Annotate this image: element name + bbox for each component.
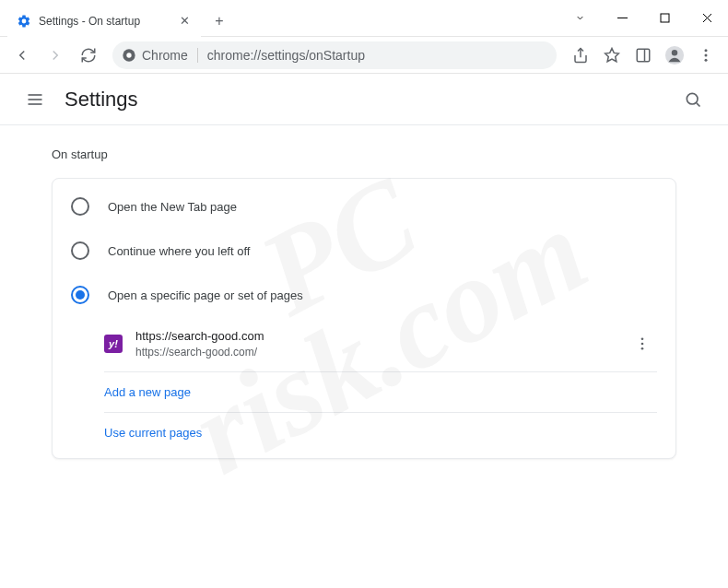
page-row-title: https://search-good.com xyxy=(135,328,264,345)
url-text: chrome://settings/onStartup xyxy=(207,48,365,63)
svg-point-14 xyxy=(705,58,708,61)
window-controls xyxy=(558,0,728,36)
svg-point-20 xyxy=(641,338,644,341)
browser-tab[interactable]: Settings - On startup ✕ xyxy=(7,6,201,37)
hamburger-menu-button[interactable] xyxy=(17,81,53,118)
pages-subsection: y! https://search-good.com https://searc… xyxy=(104,317,657,453)
radio-option-new-tab[interactable]: Open the New Tab page xyxy=(53,184,675,229)
settings-content: On startup Open the New Tab page Continu… xyxy=(0,125,728,481)
startup-card: Open the New Tab page Continue where you… xyxy=(52,178,676,459)
gear-icon xyxy=(17,14,31,29)
svg-marker-7 xyxy=(605,48,619,61)
reload-button[interactable] xyxy=(74,41,103,70)
svg-point-18 xyxy=(687,93,698,104)
close-tab-icon[interactable]: ✕ xyxy=(177,14,192,29)
radio-option-specific-pages[interactable]: Open a specific page or set of pages xyxy=(53,273,675,317)
add-page-link[interactable]: Add a new page xyxy=(104,372,657,412)
use-current-pages-link[interactable]: Use current pages xyxy=(104,413,657,453)
page-row-url: https://search-good.com/ xyxy=(135,345,264,360)
page-favicon: y! xyxy=(104,335,123,353)
svg-point-13 xyxy=(705,53,708,56)
window-titlebar: Settings - On startup ✕ + xyxy=(0,0,728,37)
section-title: On startup xyxy=(52,147,676,161)
radio-label: Open a specific page or set of pages xyxy=(108,288,303,302)
share-icon[interactable] xyxy=(566,41,595,70)
radio-icon xyxy=(71,197,89,216)
tab-title: Settings - On startup xyxy=(39,15,140,28)
radio-label: Continue where you left off xyxy=(108,244,250,258)
svg-point-21 xyxy=(641,343,644,346)
site-chip-label: Chrome xyxy=(142,48,188,63)
page-title: Settings xyxy=(65,88,138,112)
settings-header: Settings xyxy=(0,74,728,125)
site-chip: Chrome xyxy=(122,48,198,63)
minimize-button[interactable] xyxy=(601,0,643,36)
svg-point-11 xyxy=(672,50,677,55)
svg-line-19 xyxy=(697,102,700,106)
bookmark-icon[interactable] xyxy=(597,41,627,70)
side-panel-icon[interactable] xyxy=(628,41,658,70)
new-tab-button[interactable]: + xyxy=(206,8,232,34)
profile-icon[interactable] xyxy=(660,41,689,70)
back-button[interactable] xyxy=(7,41,37,70)
forward-button[interactable] xyxy=(41,41,70,70)
maximize-button[interactable] xyxy=(643,0,686,36)
more-actions-button[interactable] xyxy=(628,329,657,359)
menu-icon[interactable] xyxy=(691,41,721,70)
svg-point-22 xyxy=(641,347,644,350)
page-info: https://search-good.com https://search-g… xyxy=(135,328,264,360)
svg-point-12 xyxy=(705,49,708,52)
svg-point-5 xyxy=(126,53,131,57)
radio-icon xyxy=(71,241,89,260)
startup-page-row: y! https://search-good.com https://searc… xyxy=(104,317,657,371)
radio-label: Open the New Tab page xyxy=(108,200,237,214)
chevron-down-icon[interactable] xyxy=(558,0,601,36)
address-bar[interactable]: Chrome chrome://settings/onStartup xyxy=(112,41,557,69)
svg-rect-8 xyxy=(637,49,650,62)
search-icon[interactable] xyxy=(675,81,711,118)
close-window-button[interactable] xyxy=(686,0,728,36)
radio-icon xyxy=(71,286,89,304)
browser-toolbar: Chrome chrome://settings/onStartup xyxy=(0,37,728,74)
svg-rect-1 xyxy=(661,14,669,22)
radio-option-continue[interactable]: Continue where you left off xyxy=(53,229,675,273)
